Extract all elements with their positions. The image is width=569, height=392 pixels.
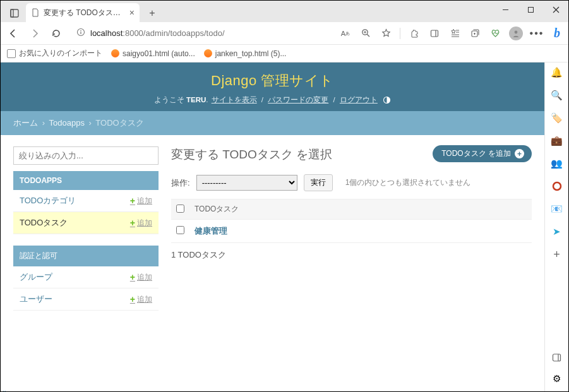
bing-icon[interactable]: b	[551, 27, 563, 40]
changelist-table: TODOタスク 健康管理	[171, 199, 532, 243]
text-size-icon[interactable]: Aあ	[339, 27, 352, 40]
office-icon[interactable]	[551, 180, 563, 193]
breadcrumb-home[interactable]: ホーム	[13, 118, 38, 128]
svg-rect-1	[11, 9, 13, 17]
favorites-list-icon[interactable]	[448, 27, 461, 40]
favorite-icon[interactable]	[380, 27, 392, 40]
minimize-button[interactable]	[493, 1, 518, 18]
import-icon	[7, 49, 16, 58]
selection-count: 1個の内ひとつも選択されていません	[345, 177, 471, 188]
model-link-groups[interactable]: グループ	[20, 271, 52, 283]
plus-circle-icon: +	[515, 149, 524, 158]
action-go-button[interactable]: 実行	[304, 174, 333, 191]
svg-rect-13	[431, 30, 438, 37]
breadcrumb-current: TODOタスク	[95, 118, 143, 128]
browser-titlebar: 変更する TODOタスク を選択 | Djan × +	[1, 1, 568, 22]
search-tool-icon[interactable]: 🔍	[551, 89, 563, 102]
edge-sidebar: 🔔 🔍 🏷️ 💼 👥 📧 ➤ + ⚙	[544, 62, 568, 391]
tag-icon[interactable]: 🏷️	[551, 112, 563, 124]
user-bar: ようこそ TERU. サイトを表示 / パスワードの変更 / ログアウト	[1, 95, 544, 105]
favorite-link-2[interactable]: janken_top.html (5)...	[204, 49, 287, 58]
breadcrumbs: ホーム › Todoapps › TODOタスク	[1, 111, 544, 135]
add-tool-icon[interactable]: +	[551, 248, 563, 261]
bell-icon[interactable]: 🔔	[551, 66, 563, 79]
column-header-name[interactable]: TODOタスク	[189, 199, 532, 220]
svg-rect-8	[80, 32, 81, 34]
row-checkbox[interactable]	[176, 226, 184, 234]
html-file-icon	[204, 49, 212, 57]
current-user: TERU	[186, 96, 206, 104]
address-bar: localhost:8000/admin/todoapps/todo/ Aあ •…	[1, 22, 568, 45]
plus-icon: +	[130, 272, 135, 282]
svg-rect-0	[11, 9, 18, 17]
people-icon[interactable]: 👥	[551, 157, 563, 170]
select-all-checkbox[interactable]	[176, 205, 184, 213]
model-row-todotask: TODOタスク +追加	[13, 212, 159, 234]
health-icon[interactable]	[489, 27, 501, 40]
action-select[interactable]: ---------	[196, 175, 297, 191]
add-link-todocategory[interactable]: +追加	[130, 196, 152, 206]
logout-link[interactable]: ログアウト	[340, 96, 378, 104]
svg-point-22	[515, 30, 518, 33]
app-filter-input[interactable]	[13, 146, 159, 165]
settings-gear-icon[interactable]: ⚙	[551, 372, 563, 385]
add-link-groups[interactable]: +追加	[130, 272, 152, 283]
view-site-link[interactable]: サイトを表示	[212, 96, 257, 104]
html-file-icon	[111, 49, 119, 57]
app-caption-todoapps[interactable]: TODOAPPS	[13, 171, 159, 190]
refresh-button[interactable]	[49, 26, 64, 41]
profile-avatar[interactable]	[509, 27, 523, 40]
django-header: Django 管理サイト ようこそ TERU. サイトを表示 / パスワードの変…	[1, 62, 544, 111]
site-info-icon[interactable]	[76, 28, 85, 39]
outlook-icon[interactable]: 📧	[551, 203, 563, 215]
svg-point-24	[553, 182, 561, 190]
app-caption-auth[interactable]: 認証と認可	[13, 246, 159, 266]
tab-close-icon[interactable]: ×	[129, 8, 135, 18]
svg-line-10	[367, 34, 369, 37]
forward-button[interactable]	[27, 26, 42, 41]
tab-overview-icon[interactable]	[6, 4, 23, 22]
svg-rect-25	[553, 354, 561, 361]
add-link-todotask[interactable]: +追加	[130, 218, 152, 229]
page-favicon	[31, 8, 40, 17]
plus-icon: +	[130, 196, 135, 206]
action-bar: 操作: --------- 実行 1個の内ひとつも選択されていません	[171, 174, 532, 191]
plus-icon: +	[130, 218, 135, 228]
model-row-todocategory: TODOカテゴリ +追加	[13, 190, 159, 212]
close-window-button[interactable]	[543, 1, 568, 18]
zoom-icon[interactable]	[359, 27, 372, 40]
table-row: 健康管理	[171, 220, 532, 243]
sidebar-collapse-toggle[interactable]: «	[2, 388, 6, 391]
favorites-bar: お気に入りのインポート saigyo01.html (auto... janke…	[1, 45, 568, 62]
object-count: 1 TODOタスク	[171, 249, 532, 261]
page-content: Django 管理サイト ようこそ TERU. サイトを表示 / パスワードの変…	[1, 62, 544, 391]
theme-toggle-icon[interactable]	[383, 96, 391, 104]
send-icon[interactable]: ➤	[551, 225, 563, 238]
back-button[interactable]	[6, 26, 21, 41]
sidebar-toggle-icon[interactable]	[428, 27, 441, 40]
add-todotask-button[interactable]: TODOタスク を追加 +	[433, 145, 532, 162]
more-menu-icon[interactable]: •••	[530, 27, 543, 40]
favorite-link-1[interactable]: saigyo01.html (auto...	[111, 49, 195, 58]
plus-icon: +	[130, 294, 135, 304]
import-favorites-button[interactable]: お気に入りのインポート	[7, 48, 102, 59]
window-controls	[493, 1, 568, 18]
extensions-icon[interactable]	[408, 27, 421, 40]
row-link[interactable]: 健康管理	[195, 226, 227, 235]
url-text: localhost:8000/admin/todoapps/todo/	[90, 28, 225, 38]
model-link-todocategory[interactable]: TODOカテゴリ	[20, 195, 76, 206]
panel-icon[interactable]	[551, 351, 563, 364]
main-panel: TODOタスク を追加 + 変更する TODOタスク を選択 操作: -----…	[171, 146, 532, 311]
model-link-todotask[interactable]: TODOタスク	[20, 217, 68, 229]
add-link-users[interactable]: +追加	[130, 294, 152, 305]
collections-icon[interactable]	[469, 27, 481, 40]
browser-tab[interactable]: 変更する TODOタスク を選択 | Djan ×	[26, 3, 140, 22]
breadcrumb-app[interactable]: Todoapps	[49, 118, 85, 128]
model-link-users[interactable]: ユーザー	[20, 294, 52, 305]
briefcase-icon[interactable]: 💼	[551, 134, 563, 147]
change-password-link[interactable]: パスワードの変更	[268, 96, 328, 104]
maximize-button[interactable]	[518, 1, 543, 18]
model-row-users: ユーザー +追加	[13, 288, 159, 311]
new-tab-button[interactable]: +	[143, 4, 161, 22]
url-field[interactable]: localhost:8000/admin/todoapps/todo/	[70, 25, 333, 42]
